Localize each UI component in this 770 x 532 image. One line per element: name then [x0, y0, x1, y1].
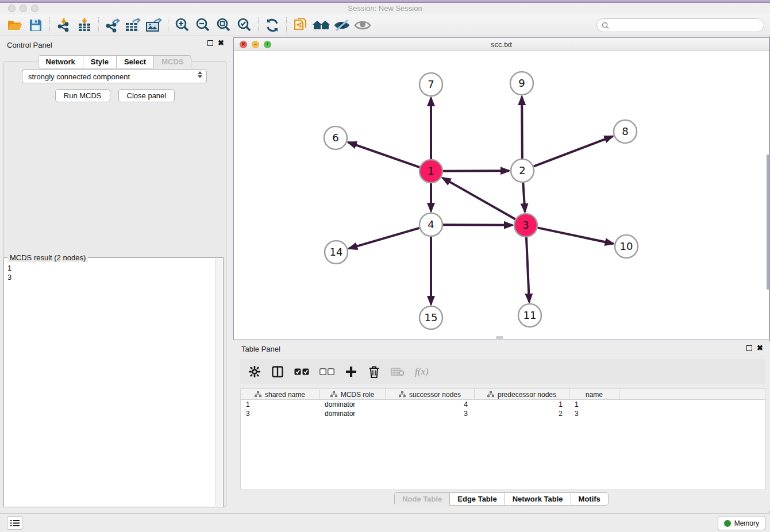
graph-edge-3-1[interactable] [442, 178, 515, 219]
hierarchy-icon [330, 391, 337, 398]
graph-edge-3-11[interactable] [526, 237, 529, 302]
svg-text:7: 7 [428, 78, 434, 90]
table-cell[interactable]: 3 [569, 409, 619, 418]
import-network-icon[interactable] [53, 16, 74, 34]
table-tab-node-table[interactable]: Node Table [394, 492, 450, 506]
table-tab-edge-table[interactable]: Edge Table [449, 492, 505, 506]
table-cell[interactable]: 4 [386, 400, 475, 409]
column-header-successor-nodes[interactable]: successor nodes [386, 389, 475, 400]
graph-node-14[interactable]: 14 [325, 241, 348, 264]
graph-edge-2-3[interactable] [523, 183, 525, 212]
tab-mcds[interactable]: MCDS [153, 55, 191, 68]
graph-node-9[interactable]: 9 [510, 72, 533, 95]
table-cell[interactable]: 3 [241, 409, 319, 418]
tab-select[interactable]: Select [116, 55, 154, 68]
hierarchy-icon [399, 391, 406, 398]
graph-edge-2-9[interactable] [522, 97, 522, 159]
graph-node-11[interactable]: 11 [518, 304, 541, 327]
run-mcds-button[interactable]: Run MCDS [55, 89, 110, 102]
export-network-icon[interactable] [102, 16, 123, 34]
hide-selected-icon[interactable] [332, 16, 352, 34]
close-table-panel-icon[interactable]: ✖ [757, 345, 763, 351]
graph-node-4[interactable]: 4 [419, 213, 442, 236]
graph-node-3[interactable]: 3 [514, 214, 537, 237]
float-table-panel-icon[interactable] [746, 345, 752, 351]
network-vertical-scrollbar[interactable] [767, 155, 769, 290]
duplicate-network-icon[interactable] [290, 16, 311, 34]
table-tab-network-table[interactable]: Network Table [505, 492, 571, 506]
table-cell[interactable]: 3 [386, 409, 475, 418]
task-history-button[interactable] [7, 516, 22, 530]
graph-edge-4-3[interactable] [443, 225, 513, 225]
export-table-icon[interactable] [123, 16, 144, 34]
zoom-out-icon[interactable] [192, 16, 213, 34]
table-row[interactable]: 1dominator411 [241, 400, 765, 409]
table-settings-icon[interactable] [248, 364, 261, 379]
tab-style[interactable]: Style [83, 55, 117, 68]
network-canvas[interactable]: 7968124314101511 [234, 51, 769, 340]
split-view-icon[interactable] [271, 364, 284, 379]
table-cell[interactable]: 1 [475, 400, 569, 409]
table-cell[interactable]: 2 [475, 409, 569, 418]
status-bar: Memory [0, 513, 770, 532]
column-header-shared-name[interactable]: shared name [241, 389, 319, 400]
result-scrollbar[interactable] [215, 259, 222, 506]
save-session-icon[interactable] [25, 16, 46, 34]
search-input[interactable] [612, 21, 764, 29]
criterion-dropdown[interactable]: strongly connected component [22, 70, 207, 83]
control-panel: Control Panel ✖ NetworkStyleSelectMCDS O… [0, 36, 230, 513]
delete-column-icon[interactable] [368, 364, 380, 379]
toolbar-separator [258, 17, 259, 33]
table-cell[interactable]: dominator [319, 400, 386, 409]
toolbar-separator [286, 17, 287, 33]
main-toolbar [0, 14, 770, 36]
table-tab-motifs[interactable]: Motifs [571, 492, 609, 506]
export-image-icon[interactable] [144, 16, 164, 34]
graph-node-15[interactable]: 15 [419, 306, 442, 329]
search-icon [602, 22, 609, 29]
network-horizontal-scrollbar[interactable] [496, 336, 503, 339]
graph-edge-1-2[interactable] [443, 171, 509, 171]
graph-node-2[interactable]: 2 [511, 159, 534, 182]
graph-node-10[interactable]: 10 [615, 235, 638, 258]
graph-edge-4-14[interactable] [349, 228, 419, 249]
toolbar-separator [98, 17, 99, 33]
graph-node-6[interactable]: 6 [324, 126, 347, 149]
table-row[interactable]: 3dominator323 [241, 409, 765, 418]
svg-text:14: 14 [330, 246, 343, 258]
first-neighbors-icon[interactable] [311, 16, 332, 34]
zoom-fit-icon[interactable] [213, 16, 234, 34]
float-panel-icon[interactable] [207, 40, 213, 46]
column-header-name[interactable]: name [569, 389, 619, 400]
column-header-predecessor-nodes[interactable]: predecessor nodes [475, 389, 569, 400]
zoom-selected-icon[interactable] [234, 16, 255, 34]
network-graph[interactable]: 7968124314101511 [234, 51, 769, 340]
close-panel-button[interactable]: Close panel [118, 89, 175, 102]
column-header-MCDS-role[interactable]: MCDS role [319, 389, 386, 400]
memory-button[interactable]: Memory [718, 516, 765, 530]
close-panel-icon[interactable]: ✖ [218, 40, 224, 46]
open-session-icon[interactable] [5, 16, 25, 34]
function-builder-icon[interactable]: f(x) [415, 364, 429, 379]
search-field[interactable] [596, 18, 764, 32]
deselect-all-icon[interactable] [319, 364, 334, 379]
graph-node-1[interactable]: 1 [419, 160, 442, 183]
application-window: Session: New Session [0, 0, 770, 532]
graph-edge-3-10[interactable] [538, 228, 614, 244]
graph-node-8[interactable]: 8 [614, 120, 637, 143]
select-all-icon[interactable] [294, 364, 309, 379]
tab-network[interactable]: Network [38, 55, 83, 68]
graph-edge-1-6[interactable] [348, 142, 419, 167]
table-cell[interactable]: dominator [319, 409, 386, 418]
add-column-icon[interactable] [345, 364, 357, 379]
show-all-icon[interactable] [352, 16, 373, 34]
refresh-icon[interactable] [262, 16, 283, 34]
node-table[interactable]: shared nameMCDS rolesuccessor nodesprede… [240, 388, 765, 490]
zoom-in-icon[interactable] [172, 16, 192, 34]
delete-table-icon[interactable] [391, 364, 405, 379]
table-cell[interactable]: 1 [241, 400, 319, 409]
graph-node-7[interactable]: 7 [419, 73, 442, 96]
import-table-icon[interactable] [74, 16, 95, 34]
table-cell[interactable]: 1 [569, 400, 619, 409]
graph-edge-2-8[interactable] [534, 136, 613, 166]
